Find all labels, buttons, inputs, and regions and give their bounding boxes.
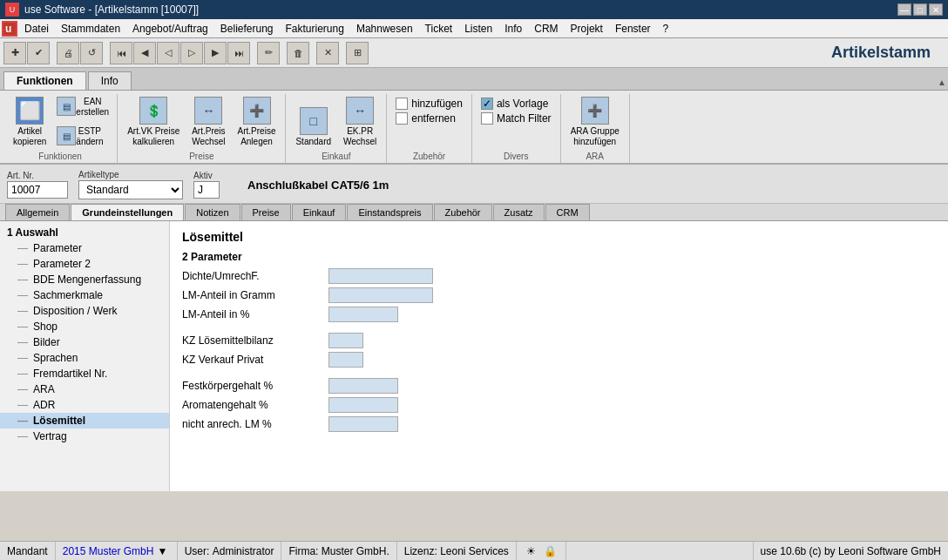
ribbon-btn-ara-gruppe[interactable]: ➕ ARA Gruppehinzufügen [566,94,624,150]
status-sun-icon[interactable]: ☀ [524,543,539,559]
tab-einstandspreis[interactable]: Einstandspreis [347,204,432,220]
param-label-kz-bilanz: KZ Lösemittelbilanz [182,334,322,347]
menu-ticket[interactable]: Ticket [420,21,458,37]
ribbon-btn-estp-aendern[interactable]: ▤ ESTPändern [54,124,112,150]
tb-edit-button[interactable]: ✏ [257,42,280,64]
ribbon-btn-artikel-kopieren[interactable]: ⬜ Artikelkopieren [9,94,51,150]
tb-print-button[interactable]: 🖨 [57,42,79,64]
cb-hinzufuegen[interactable]: hinzufügen [396,98,463,110]
sidebar-item-ara[interactable]: — ARA [0,381,169,397]
tb-refresh-button[interactable]: ↺ [80,42,103,64]
param-input-dichte[interactable] [328,268,433,284]
tab-info[interactable]: Info [88,71,132,90]
sidebar-item-shop[interactable]: — Shop [0,319,169,334]
cb-entfernen[interactable]: entfernen [396,112,463,125]
status-lizenz: Lizenz: Leoni Services [397,542,517,560]
sidebar-item-bde[interactable]: — BDE Mengenerfassung [0,272,169,287]
sidebar-item-vertrag[interactable]: — Vertrag [0,428,169,444]
tb-next2-button[interactable]: ▷ [180,42,203,64]
ribbon-btn-art-vk-preise[interactable]: 💲 Art.VK Preisekalkulieren [123,94,184,150]
artikeltype-label: Artikeltype [78,170,183,179]
param-input-lm-gramm[interactable] [328,287,433,303]
ribbon-btn-ean-erstellen[interactable]: ▤ EANerstellen [54,94,112,120]
menu-projekt[interactable]: Projekt [565,21,608,37]
ribbon-group-label-preise: Preise [189,152,213,163]
menu-info[interactable]: Info [499,21,527,37]
menu-belieferung[interactable]: Belieferung [215,21,279,37]
art-preis-wechsel-icon: ↔ [194,97,222,125]
minimize-button[interactable]: — [897,3,911,16]
close-button[interactable]: ✕ [929,3,943,16]
ribbon-btn-art-preis-wechsel[interactable]: ↔ Art.PreisWechsel [187,94,229,150]
status-mandant-arrow[interactable]: ▼ [157,545,167,557]
param-input-kz-privat[interactable] [328,352,363,368]
menu-fenster[interactable]: Fenster [610,21,656,37]
sidebar-item-sachmerkmale[interactable]: — Sachmerkmale [0,287,169,303]
cb-match-filter[interactable]: Match Filter [481,112,552,125]
sidebar-item-fremdartikel[interactable]: — Fremdartikel Nr. [0,366,169,381]
param-row-dichte: Dichte/UmrechF. [182,268,936,284]
tb-save-button[interactable]: ✔ [27,42,50,64]
tab-notizen[interactable]: Notizen [185,204,240,220]
tab-grundeinstellungen[interactable]: Grundeinstellungen [71,204,184,220]
tab-einkauf[interactable]: Einkauf [292,204,347,220]
sidebar-item-disposition[interactable]: — Disposition / Werk [0,303,169,319]
menu-listen[interactable]: Listen [459,21,498,37]
param-input-aromat[interactable] [328,397,398,413]
tb-cancel-button[interactable]: ✕ [316,42,339,64]
tab-allgemein[interactable]: Allgemein [5,204,70,220]
tb-prev2-button[interactable]: ◁ [157,42,179,64]
sidebar-item-parameter2[interactable]: — Parameter 2 [0,256,169,272]
param-input-kz-bilanz[interactable] [328,333,363,348]
menu-help[interactable]: ? [658,21,674,37]
tb-last-button[interactable]: ⏭ [227,42,250,64]
tb-next-button[interactable]: ▶ [204,42,227,64]
sidebar-item-sprachen[interactable]: — Sprachen [0,350,169,366]
tb-first-button[interactable]: ⏮ [110,42,132,64]
param-input-nicht-anrech[interactable] [328,416,398,432]
status-version: use 10.6b (c) by Leoni Software GmbH [753,542,948,560]
param-input-lm-pct[interactable] [328,307,398,322]
tb-delete-button[interactable]: 🗑 [287,42,309,64]
menu-stammdaten[interactable]: Stammdaten [56,21,125,37]
tab-crm[interactable]: CRM [545,204,590,220]
menu-angebot-auftrag[interactable]: Angebot/Auftrag [127,21,213,37]
ribbon-btn-ek-pr-wechsel[interactable]: ↔ EK.PRWechsel [339,94,381,150]
ribbon-btn-art-preis-anlegen[interactable]: ➕ Art.PreiseAnlegen [234,94,281,150]
status-lock-icon[interactable]: 🔒 [543,543,559,559]
ribbon-group-label-ara: ARA [586,152,604,163]
tab-funktionen[interactable]: Funktionen [3,71,86,90]
entfernen-checkbox[interactable] [396,112,408,125]
status-bar: Mandant 2015 Muster GmbH ▼ User: Adminis… [0,541,948,560]
menu-crm[interactable]: CRM [529,21,563,37]
main-content: 1 Auswahl — Parameter — Parameter 2 — BD… [0,221,948,491]
maximize-button[interactable]: □ [913,3,927,16]
cb-als-vorlage[interactable]: ✓ als Vorlage [481,98,552,110]
tab-preise[interactable]: Preise [241,204,291,220]
tb-new-button[interactable]: ✚ [3,42,26,64]
ribbon-collapse-arrow[interactable]: ▲ [938,78,946,87]
sidebar-item-parameter[interactable]: — Parameter [0,240,169,256]
menu-datei[interactable]: Datei [19,21,54,37]
ribbon-btn-standard[interactable]: □ Standard [291,105,335,150]
match-filter-checkbox[interactable] [481,112,493,125]
menu-mahnwesen[interactable]: Mahnwesen [351,21,418,37]
art-nr-input[interactable] [7,181,68,199]
tb-prev-button[interactable]: ◀ [133,42,156,64]
ara-icon: ➕ [581,97,609,125]
sidebar: 1 Auswahl — Parameter — Parameter 2 — BD… [0,221,170,491]
tb-grid-button[interactable]: ⊞ [346,42,369,64]
tab-zusatz[interactable]: Zusatz [493,204,545,220]
artikeltype-select[interactable]: Standard [78,180,183,199]
param-input-festk[interactable] [328,378,398,394]
sidebar-item-adr[interactable]: — ADR [0,397,169,413]
menu-fakturierung[interactable]: Fakturierung [281,21,349,37]
tab-zubehoer[interactable]: Zubehör [434,204,492,220]
hinzufuegen-checkbox[interactable] [396,98,408,110]
sidebar-item-losemittel[interactable]: — Lösemittel [0,413,169,428]
toolbar: ✚ ✔ 🖨 ↺ ⏮ ◀ ◁ ▷ ▶ ⏭ ✏ 🗑 ✕ ⊞ Artikelstamm [0,38,948,68]
aktiv-input[interactable] [193,181,220,199]
sidebar-item-bilder[interactable]: — Bilder [0,334,169,350]
artikelstamm-title: Artikelstamm [831,44,945,62]
als-vorlage-checkbox[interactable]: ✓ [481,98,493,110]
